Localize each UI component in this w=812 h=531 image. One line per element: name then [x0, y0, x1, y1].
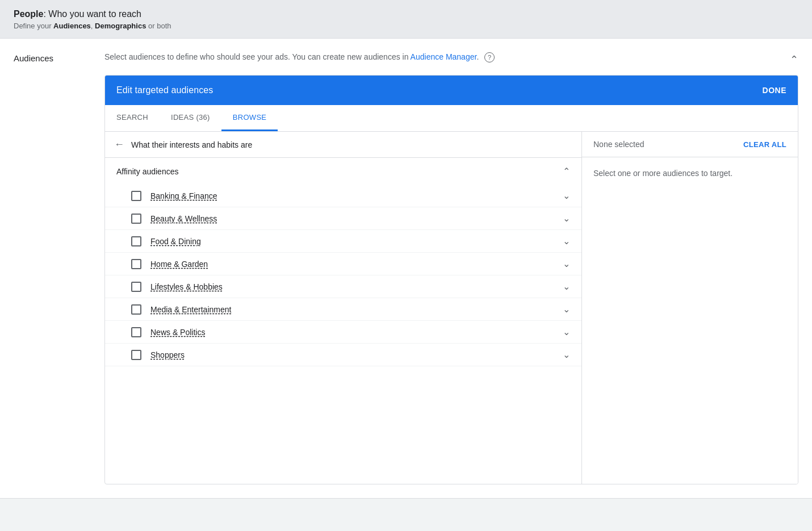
category-label-lifestyles: Lifestyles & Hobbies — [150, 282, 556, 291]
title-suffix: : Who you want to reach — [43, 9, 141, 19]
expand-icon-beauty[interactable]: ⌄ — [563, 213, 570, 224]
title-people: People — [14, 9, 43, 19]
tab-search[interactable]: SEARCH — [105, 105, 160, 131]
audiences-description: Select audiences to define who should se… — [104, 52, 798, 66]
selected-column: None selected CLEAR ALL Select one or mo… — [582, 132, 798, 484]
category-label-shoppers: Shoppers — [150, 350, 556, 359]
browse-list[interactable]: Affinity audiences ⌃ Banking & Finance ⌄ — [105, 158, 581, 484]
tabs-row: SEARCH IDEAS (36) BROWSE — [105, 105, 798, 132]
description-text: Select audiences to define who should se… — [104, 52, 411, 61]
subtitle-audiences: Audiences — [53, 22, 91, 30]
expand-icon-food[interactable]: ⌄ — [563, 236, 570, 246]
category-item-food[interactable]: Food & Dining ⌄ — [105, 230, 581, 253]
expand-icon-shoppers[interactable]: ⌄ — [563, 349, 570, 360]
desc-text: Select audiences to define who should se… — [104, 52, 781, 62]
expand-icon-banking[interactable]: ⌄ — [563, 190, 570, 201]
category-checkbox-food[interactable] — [131, 236, 141, 246]
page-header: People: Who you want to reach Define you… — [0, 0, 812, 39]
category-checkbox-lifestyles[interactable] — [131, 282, 141, 292]
expand-icon-media[interactable]: ⌄ — [563, 304, 570, 315]
category-item-lifestyles[interactable]: Lifestyles & Hobbies ⌄ — [105, 275, 581, 298]
audiences-right: Select audiences to define who should se… — [104, 52, 798, 484]
subtitle-prefix: Define your — [14, 22, 53, 30]
edit-panel: Edit targeted audiences DONE SEARCH IDEA… — [104, 75, 798, 484]
tab-browse[interactable]: BROWSE — [221, 105, 278, 131]
category-checkbox-media[interactable] — [131, 304, 141, 315]
affinity-section-title: Affinity audiences — [116, 167, 178, 176]
audience-manager-link[interactable]: Audience Manager — [411, 52, 477, 61]
category-item-home[interactable]: Home & Garden ⌄ — [105, 253, 581, 275]
collapse-icon[interactable]: ⌃ — [790, 52, 798, 66]
subtitle-suffix: or both — [146, 22, 171, 30]
category-label-food: Food & Dining — [150, 237, 556, 246]
audiences-section: Audiences Select audiences to define who… — [0, 39, 812, 499]
category-checkbox-beauty[interactable] — [131, 214, 141, 224]
none-selected-text: None selected — [593, 140, 644, 149]
expand-icon-news[interactable]: ⌄ — [563, 327, 570, 337]
category-label-media: Media & Entertainment — [150, 305, 556, 314]
category-item-banking[interactable]: Banking & Finance ⌄ — [105, 185, 581, 207]
selected-placeholder: Select one or more audiences to target. — [582, 157, 798, 189]
section-collapse-icon[interactable]: ⌃ — [563, 166, 570, 177]
category-checkbox-banking[interactable] — [131, 191, 141, 201]
category-label-banking: Banking & Finance — [150, 191, 556, 200]
page-title: People: Who you want to reach — [14, 9, 798, 19]
expand-icon-lifestyles[interactable]: ⌄ — [563, 281, 570, 292]
category-item-beauty[interactable]: Beauty & Wellness ⌄ — [105, 207, 581, 230]
category-checkbox-home[interactable] — [131, 259, 141, 269]
audiences-label: Audiences — [14, 52, 104, 63]
browse-nav: ← What their interests and habits are — [105, 132, 581, 158]
affinity-section-header[interactable]: Affinity audiences ⌃ — [105, 158, 581, 185]
category-item-media[interactable]: Media & Entertainment ⌄ — [105, 298, 581, 321]
category-checkbox-news[interactable] — [131, 327, 141, 337]
subtitle-demographics: Demographics — [95, 22, 146, 30]
clear-all-button[interactable]: CLEAR ALL — [743, 140, 786, 149]
main-content: Audiences Select audiences to define who… — [0, 39, 812, 499]
edit-panel-header: Edit targeted audiences DONE — [105, 76, 798, 105]
expand-icon-home[interactable]: ⌄ — [563, 258, 570, 269]
page-subtitle: Define your Audiences, Demographics or b… — [14, 22, 798, 30]
help-icon[interactable]: ? — [484, 52, 495, 62]
category-label-home: Home & Garden — [150, 260, 556, 269]
edit-panel-title: Edit targeted audiences — [116, 85, 213, 95]
category-checkbox-shoppers[interactable] — [131, 350, 141, 360]
browse-nav-title: What their interests and habits are — [131, 140, 252, 149]
category-item-news[interactable]: News & Politics ⌄ — [105, 321, 581, 344]
back-arrow-icon[interactable]: ← — [114, 139, 124, 150]
done-button[interactable]: DONE — [763, 86, 786, 95]
category-label-news: News & Politics — [150, 328, 556, 337]
subtitle-sep: , — [91, 22, 95, 30]
description-suffix: . — [476, 52, 479, 61]
category-item-shoppers[interactable]: Shoppers ⌄ — [105, 344, 581, 366]
panel-body: ← What their interests and habits are Af… — [105, 132, 798, 484]
browse-column: ← What their interests and habits are Af… — [105, 132, 582, 484]
category-label-beauty: Beauty & Wellness — [150, 214, 556, 223]
selected-header: None selected CLEAR ALL — [582, 132, 798, 157]
tab-ideas[interactable]: IDEAS (36) — [160, 105, 221, 131]
